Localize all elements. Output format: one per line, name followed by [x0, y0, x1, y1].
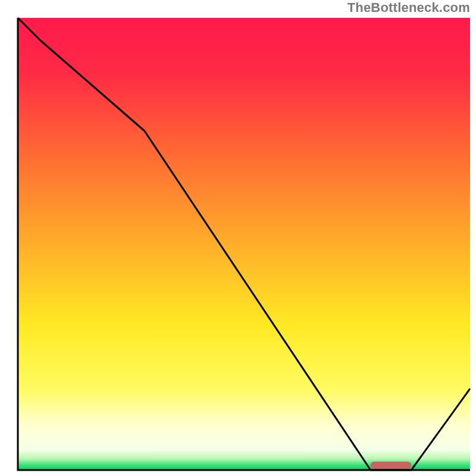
plot-background [18, 18, 470, 470]
optimal-band-marker [371, 462, 411, 469]
bottleneck-chart [0, 0, 476, 476]
chart-container: TheBottleneck.com [0, 0, 476, 476]
